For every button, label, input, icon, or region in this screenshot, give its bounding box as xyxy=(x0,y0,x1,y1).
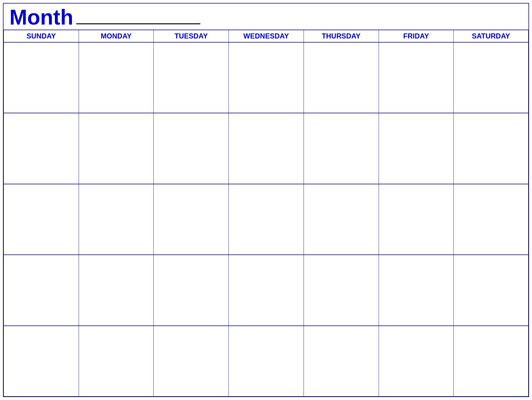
table-row[interactable] xyxy=(379,42,454,113)
table-row[interactable] xyxy=(304,326,379,396)
day-headers-row: SUNDAY MONDAY TUESDAY WEDNESDAY THURSDAY… xyxy=(4,30,528,42)
table-row[interactable] xyxy=(79,113,154,184)
calendar-header: Month xyxy=(4,4,528,30)
day-header-monday: MONDAY xyxy=(79,30,154,42)
table-row[interactable] xyxy=(153,326,228,396)
day-header-sunday: SUNDAY xyxy=(4,30,79,42)
day-header-friday: FRIDAY xyxy=(379,30,454,42)
table-row[interactable] xyxy=(453,326,528,396)
table-row[interactable] xyxy=(79,326,154,396)
table-row[interactable] xyxy=(304,113,379,184)
table-row[interactable] xyxy=(304,184,379,255)
table-row[interactable] xyxy=(228,113,304,184)
table-row[interactable] xyxy=(304,42,379,113)
day-header-saturday: SATURDAY xyxy=(453,30,528,42)
table-row[interactable] xyxy=(79,42,154,113)
table-row[interactable] xyxy=(79,255,154,325)
table-row[interactable] xyxy=(453,184,528,255)
day-header-tuesday: TUESDAY xyxy=(153,30,228,42)
table-row[interactable] xyxy=(4,113,79,184)
day-header-wednesday: WEDNESDAY xyxy=(228,30,304,42)
table-row[interactable] xyxy=(228,184,304,255)
table-row[interactable] xyxy=(453,42,528,113)
table-row[interactable] xyxy=(4,184,79,255)
table-row[interactable] xyxy=(79,184,154,255)
table-row[interactable] xyxy=(379,255,454,325)
table-row[interactable] xyxy=(228,255,304,325)
table-row[interactable] xyxy=(379,113,454,184)
table-row[interactable] xyxy=(153,255,228,325)
table-row[interactable] xyxy=(453,113,528,184)
month-underline-line xyxy=(76,23,200,24)
table-row[interactable] xyxy=(4,42,79,113)
table-row[interactable] xyxy=(379,184,454,255)
table-row[interactable] xyxy=(153,42,228,113)
calendar-grid xyxy=(4,42,528,396)
table-row[interactable] xyxy=(153,113,228,184)
day-header-thursday: THURSDAY xyxy=(304,30,379,42)
month-title: Month xyxy=(9,7,73,28)
table-row[interactable] xyxy=(453,255,528,325)
calendar-container: Month SUNDAY MONDAY TUESDAY WEDNESDAY TH… xyxy=(3,3,529,397)
table-row[interactable] xyxy=(153,184,228,255)
table-row[interactable] xyxy=(4,255,79,325)
table-row[interactable] xyxy=(228,326,304,396)
table-row[interactable] xyxy=(304,255,379,325)
table-row[interactable] xyxy=(4,326,79,396)
table-row[interactable] xyxy=(379,326,454,396)
table-row[interactable] xyxy=(228,42,304,113)
